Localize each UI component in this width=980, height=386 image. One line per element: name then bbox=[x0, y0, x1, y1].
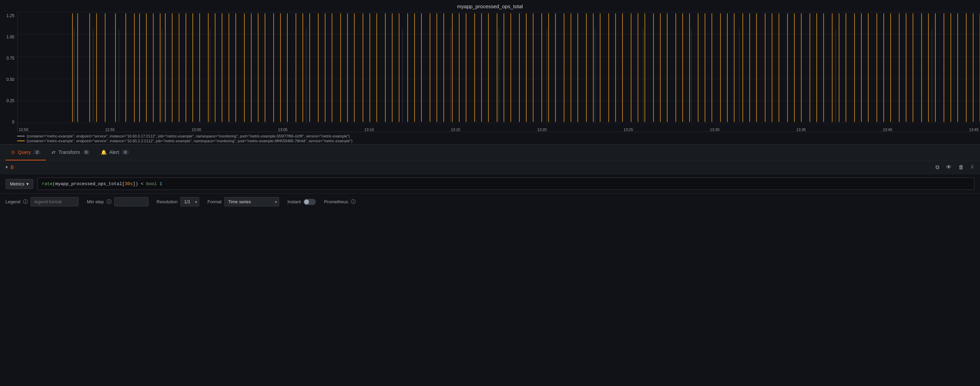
resolution-label: Resolution bbox=[157, 199, 178, 204]
legend-line-1 bbox=[17, 136, 25, 137]
format-select[interactable]: Time series Table Heatmap bbox=[224, 197, 279, 207]
operator: < bbox=[141, 181, 144, 186]
delete-button[interactable]: 🗑 bbox=[957, 163, 965, 172]
tab-query-label: Query bbox=[18, 149, 31, 155]
legend-option-group: Legend ⓘ bbox=[5, 197, 78, 207]
chart-svg bbox=[18, 12, 980, 122]
options-row: Legend ⓘ Min step ⓘ Resolution 1/1 2/1 1… bbox=[0, 194, 980, 210]
query-icon: ⊙ bbox=[11, 149, 15, 155]
instant-option-group: Instant bbox=[287, 199, 316, 205]
datasource-option-group: Prometheus ⓘ bbox=[324, 199, 356, 205]
tab-alert[interactable]: 🔔 Alert 0 bbox=[95, 145, 134, 160]
collapse-btn[interactable]: ▾ bbox=[5, 165, 8, 170]
format-label: Format bbox=[207, 199, 221, 204]
chart-area: 1.25 1.00 0.75 0.50 0.25 0 bbox=[0, 12, 980, 132]
tab-query-badge: 2 bbox=[33, 150, 40, 155]
query-input-row: Metrics ▾ rate(myapp_processed_ops_total… bbox=[0, 174, 980, 194]
chart-container: myapp_processed_ops_total 1.25 1.00 0.75… bbox=[0, 0, 980, 144]
min-step-option-group: Min step ⓘ bbox=[87, 197, 148, 207]
datasource-label: Prometheus bbox=[324, 199, 348, 204]
tab-transform[interactable]: ⇄ Transform 0 bbox=[46, 145, 95, 160]
eye-icon: 👁 bbox=[946, 164, 951, 170]
query-code-editor[interactable]: rate(myapp_processed_ops_total[30s]) < b… bbox=[37, 178, 975, 190]
num-value: 1 bbox=[159, 181, 162, 186]
tabs-bar: ⊙ Query 2 ⇄ Transform 0 🔔 Alert 0 bbox=[0, 144, 980, 160]
copy-button[interactable]: ⧉ bbox=[934, 163, 940, 172]
eye-button[interactable]: 👁 bbox=[945, 163, 953, 172]
legend-format-input[interactable] bbox=[30, 197, 78, 207]
bool-keyword: bool bbox=[146, 181, 157, 186]
chart-title: myapp_processed_ops_total bbox=[0, 3, 980, 9]
min-step-label: Min step bbox=[87, 199, 103, 204]
toggle-thumb bbox=[304, 200, 309, 204]
metrics-button[interactable]: Metrics ▾ bbox=[5, 179, 33, 189]
resolution-option-group: Resolution 1/1 2/1 1/2 bbox=[157, 197, 199, 207]
query-header: ▾ B ⧉ 👁 🗑 ⠿ bbox=[0, 160, 980, 174]
tab-alert-label: Alert bbox=[110, 149, 119, 155]
min-step-info-icon[interactable]: ⓘ bbox=[107, 199, 111, 205]
tab-transform-label: Transform bbox=[58, 149, 80, 155]
legend-line-2 bbox=[17, 141, 25, 141]
min-step-input[interactable] bbox=[114, 197, 148, 207]
more-icon: ⠿ bbox=[971, 165, 973, 170]
trash-icon: 🗑 bbox=[958, 164, 964, 170]
tab-transform-badge: 0 bbox=[83, 150, 90, 155]
instant-toggle[interactable] bbox=[304, 199, 316, 205]
func-keyword: rate bbox=[42, 181, 52, 186]
datasource-info-icon[interactable]: ⓘ bbox=[351, 199, 356, 205]
chart-inner: 12:50 12:55 13:00 13:05 13:10 13:15 13:2… bbox=[17, 12, 980, 132]
toggle-track[interactable] bbox=[304, 199, 316, 205]
query-label: B bbox=[11, 165, 14, 170]
query-section: ▾ B ⧉ 👁 🗑 ⠿ Metrics ▾ rate(myapp_process… bbox=[0, 160, 980, 210]
metrics-label: Metrics bbox=[10, 181, 24, 186]
resolution-select-wrap: 1/1 2/1 1/2 bbox=[180, 197, 199, 207]
alert-icon: 🔔 bbox=[101, 149, 107, 155]
legend-item-2: {container="metric-example", endpoint="s… bbox=[17, 139, 963, 143]
instant-label: Instant bbox=[287, 199, 301, 204]
format-option-group: Format Time series Table Heatmap bbox=[207, 197, 279, 207]
legend-item-1: {container="metric-example", endpoint="s… bbox=[17, 134, 963, 138]
legend-info-icon[interactable]: ⓘ bbox=[23, 199, 28, 205]
format-select-wrap: Time series Table Heatmap bbox=[224, 197, 279, 207]
tab-query[interactable]: ⊙ Query 2 bbox=[5, 145, 46, 160]
metric-name: myapp_processed_ops_total bbox=[55, 181, 122, 186]
tab-alert-badge: 0 bbox=[122, 150, 129, 155]
y-axis: 1.25 1.00 0.75 0.50 0.25 0 bbox=[0, 12, 17, 132]
legend-area: {container="metric-example", endpoint="s… bbox=[0, 132, 980, 146]
transform-icon: ⇄ bbox=[51, 149, 56, 155]
range-value: 30s bbox=[125, 181, 133, 186]
metrics-chevron-icon: ▾ bbox=[26, 181, 29, 186]
resolution-select[interactable]: 1/1 2/1 1/2 bbox=[180, 197, 199, 207]
legend-option-label: Legend bbox=[5, 199, 20, 204]
query-header-actions: ⧉ 👁 🗑 ⠿ bbox=[934, 163, 975, 172]
more-button[interactable]: ⠿ bbox=[969, 164, 975, 171]
chevron-down-icon: ▾ bbox=[5, 165, 8, 170]
x-axis: 12:50 12:55 13:00 13:05 13:10 13:15 13:2… bbox=[18, 124, 980, 132]
copy-icon: ⧉ bbox=[935, 164, 939, 170]
